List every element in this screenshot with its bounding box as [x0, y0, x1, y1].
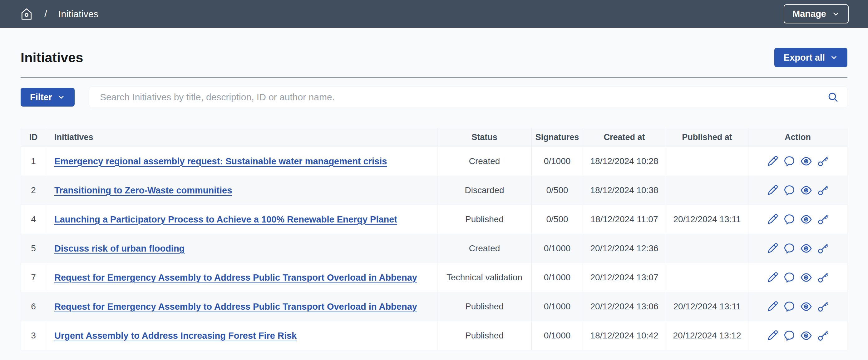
key-icon	[817, 242, 829, 255]
breadcrumb-separator: /	[44, 8, 47, 20]
permissions-button[interactable]	[817, 155, 829, 167]
row-actions	[748, 329, 847, 342]
edit-button[interactable]	[766, 213, 779, 226]
eye-icon	[800, 300, 812, 313]
topbar: / Initiatives Manage	[0, 0, 868, 28]
initiative-signatures: 0/1000	[532, 147, 583, 176]
initiative-title-cell: Urgent Assembly to Address Increasing Fo…	[46, 321, 437, 350]
table-row: 2 Transitioning to Zero-Waste communitie…	[21, 176, 847, 205]
initiative-id: 4	[21, 205, 46, 234]
answer-button[interactable]	[783, 271, 796, 284]
initiative-published-at: 20/12/2024 13:11	[666, 292, 748, 321]
initiative-link[interactable]: Urgent Assembly to Address Increasing Fo…	[54, 331, 297, 341]
filter-button[interactable]: Filter	[21, 88, 74, 107]
edit-button[interactable]	[766, 300, 779, 313]
eye-icon	[800, 242, 812, 255]
permissions-button[interactable]	[817, 329, 829, 342]
column-header-status: Status	[437, 128, 532, 147]
table-row: 7 Request for Emergency Assembly to Addr…	[21, 263, 847, 292]
manage-button[interactable]: Manage	[784, 4, 849, 23]
edit-button[interactable]	[766, 184, 779, 197]
table-row: 6 Request for Emergency Assembly to Addr…	[21, 292, 847, 321]
answer-button[interactable]	[783, 213, 796, 226]
eye-icon	[800, 213, 812, 226]
initiative-actions-cell	[748, 205, 847, 234]
row-actions	[748, 184, 847, 197]
preview-button[interactable]	[800, 213, 812, 226]
table-body: 1 Emergency regional assembly request: S…	[21, 147, 847, 350]
initiative-title-cell: Request for Emergency Assembly to Addres…	[46, 292, 437, 321]
pencil-icon	[766, 300, 779, 313]
initiative-link[interactable]: Emergency regional assembly request: Sus…	[54, 156, 387, 166]
permissions-button[interactable]	[817, 271, 829, 284]
initiative-signatures: 0/1000	[532, 234, 583, 263]
edit-button[interactable]	[766, 155, 779, 167]
permissions-button[interactable]	[817, 213, 829, 226]
initiatives-admin-page: / Initiatives Manage Initiatives Export …	[0, 0, 868, 350]
title-divider	[21, 77, 847, 78]
initiative-id: 7	[21, 263, 46, 292]
initiative-published-at: 20/12/2024 13:12	[666, 321, 748, 350]
initiative-created-at: 20/12/2024 13:06	[583, 292, 666, 321]
export-all-button[interactable]: Export all	[774, 48, 847, 67]
initiative-signatures: 0/1000	[532, 263, 583, 292]
initiative-link[interactable]: Launching a Participatory Process to Ach…	[54, 214, 397, 224]
initiative-created-at: 18/12/2024 10:28	[583, 147, 666, 176]
preview-button[interactable]	[800, 329, 812, 342]
chat-bubble-icon	[783, 213, 796, 226]
key-icon	[817, 329, 829, 342]
preview-button[interactable]	[800, 300, 812, 313]
breadcrumb-current: Initiatives	[58, 9, 98, 19]
edit-button[interactable]	[766, 329, 779, 342]
initiative-id: 2	[21, 176, 46, 205]
column-header-created-at: Created at	[583, 128, 666, 147]
initiative-link[interactable]: Discuss risk of urban flooding	[54, 244, 185, 253]
initiative-link[interactable]: Request for Emergency Assembly to Addres…	[54, 302, 417, 311]
eye-icon	[800, 155, 812, 167]
initiative-created-at: 18/12/2024 11:07	[583, 205, 666, 234]
initiative-signatures: 0/1000	[532, 292, 583, 321]
search-input[interactable]	[89, 87, 847, 108]
initiative-published-at	[666, 147, 748, 176]
search-icon[interactable]	[827, 91, 839, 104]
edit-button[interactable]	[766, 242, 779, 255]
pencil-icon	[766, 329, 779, 342]
edit-button[interactable]	[766, 271, 779, 284]
initiative-title-cell: Transitioning to Zero-Waste communities	[46, 176, 437, 205]
column-header-initiatives: Initiatives	[46, 128, 437, 147]
permissions-button[interactable]	[817, 242, 829, 255]
chat-bubble-icon	[783, 184, 796, 197]
chat-bubble-icon	[783, 242, 796, 255]
table-row: 1 Emergency regional assembly request: S…	[21, 147, 847, 176]
chat-bubble-icon	[783, 271, 796, 284]
preview-button[interactable]	[800, 184, 812, 197]
chat-bubble-icon	[783, 329, 796, 342]
initiative-published-at	[666, 176, 748, 205]
permissions-button[interactable]	[817, 184, 829, 197]
initiative-published-at: 20/12/2024 13:11	[666, 205, 748, 234]
initiative-title-cell: Request for Emergency Assembly to Addres…	[46, 263, 437, 292]
initiative-link[interactable]: Transitioning to Zero-Waste communities	[54, 185, 232, 195]
table-header-row: IDInitiativesStatusSignaturesCreated atP…	[21, 128, 847, 147]
pencil-icon	[766, 213, 779, 226]
initiative-status: Published	[437, 321, 532, 350]
preview-button[interactable]	[800, 155, 812, 167]
initiative-id: 3	[21, 321, 46, 350]
answer-button[interactable]	[783, 242, 796, 255]
answer-button[interactable]	[783, 155, 796, 167]
key-icon	[817, 271, 829, 284]
answer-button[interactable]	[783, 329, 796, 342]
initiative-signatures: 0/1000	[532, 321, 583, 350]
pencil-icon	[766, 242, 779, 255]
preview-button[interactable]	[800, 242, 812, 255]
export-all-label: Export all	[784, 53, 825, 63]
home-icon[interactable]	[20, 7, 33, 21]
pencil-icon	[766, 271, 779, 284]
initiative-link[interactable]: Request for Emergency Assembly to Addres…	[54, 273, 417, 282]
filter-button-label: Filter	[30, 92, 52, 103]
column-header-id: ID	[21, 128, 46, 147]
preview-button[interactable]	[800, 271, 812, 284]
permissions-button[interactable]	[817, 300, 829, 313]
answer-button[interactable]	[783, 300, 796, 313]
answer-button[interactable]	[783, 184, 796, 197]
